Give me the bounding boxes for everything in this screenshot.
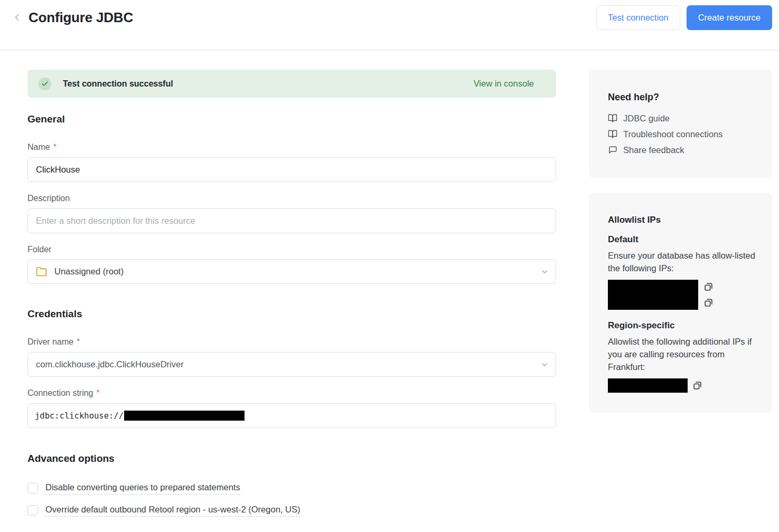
create-resource-button[interactable]: Create resource bbox=[687, 5, 772, 30]
book-icon bbox=[608, 129, 617, 139]
region-ip-row bbox=[608, 378, 753, 393]
chat-icon bbox=[608, 145, 617, 155]
advanced-options-heading: Advanced options bbox=[27, 453, 556, 464]
copy-icon[interactable] bbox=[692, 381, 702, 391]
page-header: Configure JDBC Test connection Create re… bbox=[0, 0, 779, 35]
copy-icon[interactable] bbox=[703, 282, 714, 292]
allowlist-ips-panel: Allowlist IPs Default Ensure your databa… bbox=[589, 193, 772, 413]
credentials-heading: Credentials bbox=[27, 308, 556, 320]
option-row-prepared-statements: Disable converting queries to prepared s… bbox=[27, 480, 556, 496]
banner-message: Test connection successful bbox=[63, 79, 173, 89]
redacted-default-ips bbox=[608, 280, 698, 310]
option-row-override-region: Override default outbound Retool region … bbox=[27, 502, 556, 518]
allowlist-heading: Allowlist IPs bbox=[608, 215, 753, 225]
redacted-connection-host bbox=[124, 411, 245, 421]
default-instructions: Ensure your database has allow-listed th… bbox=[608, 250, 757, 275]
prepared-statements-checkbox[interactable] bbox=[27, 483, 38, 493]
connection-string-input[interactable]: jdbc:clickhouse:// bbox=[27, 403, 556, 428]
required-asterisk: * bbox=[77, 337, 80, 347]
general-heading: General bbox=[27, 113, 556, 125]
connection-string-label: Connection string* bbox=[27, 388, 556, 398]
folder-value: Unassigned (root) bbox=[54, 267, 124, 277]
copy-icon[interactable] bbox=[703, 298, 714, 308]
jdbc-guide-link[interactable]: JDBC guide bbox=[608, 110, 753, 126]
chevron-down-icon bbox=[540, 268, 549, 276]
connection-string-prefix: jdbc:clickhouse:// bbox=[35, 411, 124, 421]
driver-name-value: com.clickhouse.jdbc.ClickHouseDriver bbox=[36, 359, 184, 369]
default-subheading: Default bbox=[608, 234, 753, 245]
driver-name-label: Driver name* bbox=[27, 337, 556, 347]
name-label: Name* bbox=[27, 142, 556, 152]
test-connection-button[interactable]: Test connection bbox=[596, 5, 680, 30]
need-help-heading: Need help? bbox=[608, 92, 753, 103]
back-chevron-icon[interactable] bbox=[11, 11, 23, 24]
troubleshoot-connections-link[interactable]: Troubleshoot connections bbox=[608, 126, 753, 142]
override-region-label: Override default outbound Retool region … bbox=[45, 505, 300, 517]
share-feedback-link[interactable]: Share feedback bbox=[608, 142, 753, 158]
region-specific-subheading: Region-specific bbox=[608, 320, 753, 331]
chevron-down-icon bbox=[540, 360, 549, 369]
region-instructions: Allowlist the following additional IPs i… bbox=[608, 336, 757, 374]
need-help-panel: Need help? JDBC guide Troubleshoot conne… bbox=[589, 70, 772, 178]
folder-select[interactable]: Unassigned (root) bbox=[27, 259, 556, 284]
description-input[interactable] bbox=[27, 208, 556, 233]
book-icon bbox=[608, 113, 617, 123]
folder-icon bbox=[36, 266, 47, 277]
driver-name-select[interactable]: com.clickhouse.jdbc.ClickHouseDriver bbox=[27, 352, 556, 377]
page-title: Configure JDBC bbox=[29, 10, 133, 26]
name-input[interactable] bbox=[27, 157, 556, 182]
override-region-checkbox[interactable] bbox=[27, 505, 38, 516]
view-in-console-link[interactable]: View in console bbox=[474, 79, 534, 89]
default-ip-row bbox=[608, 280, 753, 310]
check-icon bbox=[39, 78, 51, 90]
redacted-region-ips bbox=[608, 378, 688, 393]
required-asterisk: * bbox=[53, 142, 57, 152]
description-label: Description bbox=[27, 194, 556, 203]
folder-label: Folder bbox=[27, 245, 556, 254]
success-banner: Test connection successful View in conso… bbox=[27, 70, 556, 98]
prepared-statements-label: Disable converting queries to prepared s… bbox=[45, 482, 240, 495]
required-asterisk: * bbox=[97, 388, 100, 398]
